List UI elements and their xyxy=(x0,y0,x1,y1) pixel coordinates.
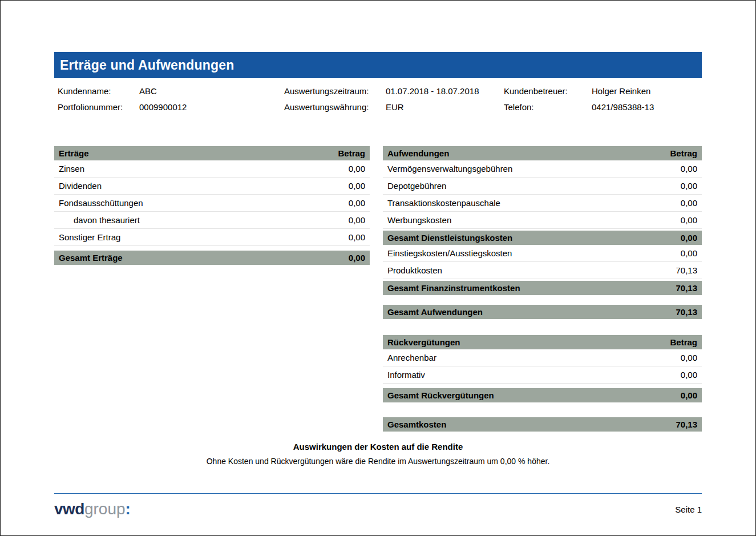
meta-value-telefon: 0421/985388-13 xyxy=(592,102,702,112)
aufwendungen-header-row: Aufwendungen Betrag xyxy=(383,146,702,160)
row-value: 0,00 xyxy=(349,232,365,243)
total-label: Gesamtkosten xyxy=(387,419,446,430)
row-label: Produktkosten xyxy=(387,265,442,276)
page-title: Erträge und Aufwendungen xyxy=(60,58,235,73)
row-label: Zinsen xyxy=(59,163,84,174)
meta-value-kundenbetreuer: Holger Reinken xyxy=(592,86,702,96)
cost-impact-text: Ohne Kosten und Rückvergütungen wäre die… xyxy=(1,457,755,466)
row-label: Einstiegskosten/Ausstiegskosten xyxy=(387,248,512,259)
row-label: Werbungskosten xyxy=(387,215,451,225)
finanzinstrumentkosten-total-row: Gesamt Finanzinstrumentkosten 70,13 xyxy=(383,281,702,295)
ertraege-column: Erträge Betrag Zinsen 0,00 Dividenden 0,… xyxy=(54,146,370,265)
row-value: 0,00 xyxy=(349,163,365,174)
total-label: Gesamt Erträge xyxy=(59,252,123,263)
table-row: Fondsausschüttungen 0,00 xyxy=(54,195,370,212)
table-row: Produktkosten 70,13 xyxy=(383,262,702,279)
table-row: Transaktionskostenpauschale 0,00 xyxy=(383,195,702,212)
ertraege-table: Erträge Betrag Zinsen 0,00 Dividenden 0,… xyxy=(54,146,370,265)
row-label: Dividenden xyxy=(59,180,102,191)
aufwendungen-amount-header: Betrag xyxy=(670,148,697,159)
row-value: 0,00 xyxy=(681,369,697,380)
gesamtkosten-total-row: Gesamtkosten 70,13 xyxy=(383,417,702,432)
total-label: Gesamt Finanzinstrumentkosten xyxy=(387,283,520,293)
report-title-bar: Erträge und Aufwendungen xyxy=(54,52,702,78)
rueckverguetungen-table: Rückvergütungen Betrag Anrechenbar 0,00 … xyxy=(383,335,702,402)
page-number: Seite 1 xyxy=(675,505,702,514)
tables-section: Erträge Betrag Zinsen 0,00 Dividenden 0,… xyxy=(54,146,702,432)
rueckverguetungen-header-row: Rückvergütungen Betrag xyxy=(383,335,702,349)
row-value: 0,00 xyxy=(681,198,697,208)
ertraege-amount-header: Betrag xyxy=(338,148,365,159)
ertraege-header-label: Erträge xyxy=(59,148,89,159)
row-value: 0,00 xyxy=(681,180,697,191)
table-row: Vermögensverwaltungsgebühren 0,00 xyxy=(383,160,702,178)
aufwendungen-column: Aufwendungen Betrag Vermögensverwaltungs… xyxy=(383,146,702,432)
row-label: Sonstiger Ertrag xyxy=(59,232,120,243)
table-row: Zinsen 0,00 xyxy=(54,160,370,178)
table-row: Depotgebühren 0,00 xyxy=(383,178,702,195)
row-label: Transaktionskostenpauschale xyxy=(387,198,500,208)
meta-label-telefon: Telefon: xyxy=(504,102,592,112)
row-label: Vermögensverwaltungsgebühren xyxy=(387,163,512,174)
row-value: 0,00 xyxy=(349,198,365,208)
total-label: Gesamt Dienstleistungskosten xyxy=(387,232,512,243)
row-label: davon thesauriert xyxy=(59,215,140,225)
row-value: 70,13 xyxy=(676,265,697,276)
row-label: Anrechenbar xyxy=(387,352,436,363)
total-label: Gesamt Rückvergütungen xyxy=(387,390,494,401)
logo-colon: : xyxy=(126,500,131,518)
table-row: Dividenden 0,00 xyxy=(54,178,370,195)
aufwendungen-header-label: Aufwendungen xyxy=(387,148,449,159)
row-value: 0,00 xyxy=(681,215,697,225)
meta-label-auswertungszeitraum: Auswertungszeitraum: xyxy=(284,86,386,96)
meta-label-auswertungswaehrung: Auswertungswährung: xyxy=(284,102,386,112)
total-value: 70,13 xyxy=(676,419,697,430)
row-value: 0,00 xyxy=(349,215,365,225)
row-label: Depotgebühren xyxy=(387,180,446,191)
report-page: Erträge und Aufwendungen Kundenname: ABC… xyxy=(0,0,756,536)
table-row: davon thesauriert 0,00 xyxy=(54,212,370,229)
row-value: 0,00 xyxy=(349,180,365,191)
row-value: 0,00 xyxy=(681,352,697,363)
total-value: 70,13 xyxy=(676,283,697,293)
meta-value-auswertungswaehrung: EUR xyxy=(386,102,504,112)
vwd-group-logo: vwdgroup: xyxy=(54,500,131,518)
total-value: 0,00 xyxy=(681,232,697,243)
cost-impact-section: Auswirkungen der Kosten auf die Rendite … xyxy=(1,442,755,466)
cost-impact-heading: Auswirkungen der Kosten auf die Rendite xyxy=(1,442,755,452)
meta-label-kundenname: Kundenname: xyxy=(58,86,139,96)
meta-value-portfolionummer: 0009900012 xyxy=(139,102,284,112)
table-row: Sonstiger Ertrag 0,00 xyxy=(54,229,370,246)
meta-value-auswertungszeitraum: 01.07.2018 - 18.07.2018 xyxy=(386,86,504,96)
aufwendungen-table: Aufwendungen Betrag Vermögensverwaltungs… xyxy=(383,146,702,319)
table-row: Einstiegskosten/Ausstiegskosten 0,00 xyxy=(383,245,702,262)
table-row: Informativ 0,00 xyxy=(383,366,702,384)
aufwendungen-total-row: Gesamt Aufwendungen 70,13 xyxy=(383,305,702,319)
ertraege-header-row: Erträge Betrag xyxy=(54,146,370,160)
meta-label-portfolionummer: Portfolionummer: xyxy=(58,102,139,112)
table-row: Werbungskosten 0,00 xyxy=(383,212,702,229)
page-footer: vwdgroup: Seite 1 xyxy=(54,493,702,518)
ertraege-total-row: Gesamt Erträge 0,00 xyxy=(54,251,370,265)
row-value: 0,00 xyxy=(681,248,697,259)
meta-label-kundenbetreuer: Kundenbetreuer: xyxy=(504,86,592,96)
meta-section: Kundenname: ABC Auswertungszeitraum: 01.… xyxy=(54,86,702,112)
total-label: Gesamt Aufwendungen xyxy=(387,307,483,317)
table-row: Anrechenbar 0,00 xyxy=(383,349,702,366)
total-value: 0,00 xyxy=(681,390,697,401)
logo-group-text: group xyxy=(84,500,126,518)
meta-value-kundenname: ABC xyxy=(139,86,284,96)
row-label: Fondsausschüttungen xyxy=(59,198,143,208)
total-value: 0,00 xyxy=(349,252,365,263)
rueckverguetungen-amount-header: Betrag xyxy=(670,337,697,348)
rueckverguetungen-header-label: Rückvergütungen xyxy=(387,337,460,348)
rueckverguetungen-total-row: Gesamt Rückvergütungen 0,00 xyxy=(383,388,702,402)
logo-vwd-text: vwd xyxy=(54,500,84,518)
total-value: 70,13 xyxy=(676,307,697,317)
row-label: Informativ xyxy=(387,369,425,380)
row-value: 0,00 xyxy=(681,163,697,174)
dienstleistungskosten-total-row: Gesamt Dienstleistungskosten 0,00 xyxy=(383,231,702,245)
